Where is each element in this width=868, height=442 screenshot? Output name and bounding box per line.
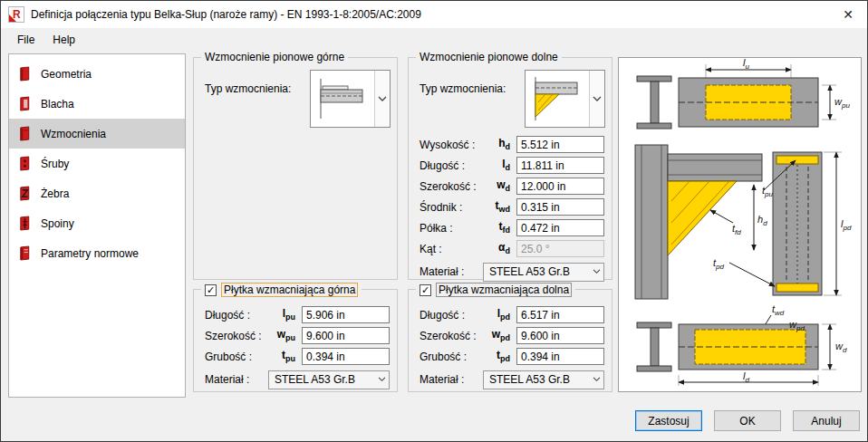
szerokosc-wpd-input[interactable] (516, 327, 604, 344)
field-row-dlugosc: Długość : lpu (205, 304, 390, 325)
upper-stiffener-group: Wzmocnienie pionowe górne Typ wzmocnieni… (193, 57, 398, 280)
polka-tfd-input[interactable] (516, 219, 604, 236)
blacha-icon (18, 96, 32, 111)
upper-stiffener-group-title: Wzmocnienie pionowe górne (201, 51, 348, 63)
material-value: STEEL A53 Gr.B (489, 265, 590, 278)
bottom-plan-view (637, 315, 836, 386)
field-row-wysokosc: Wysokość : hd (420, 134, 604, 155)
upper-plate-group-title: ✓ Płytka wzmacniająca górna (201, 283, 362, 297)
wysokosc-hd-input[interactable] (516, 136, 604, 153)
sidebar-item-label: Śruby (41, 158, 69, 170)
close-icon[interactable]: ✕ (829, 1, 867, 28)
sidebar-item-label: Żebra (41, 187, 69, 200)
sidebar-item-zebra[interactable]: Żebra (9, 178, 185, 208)
field-label: Szerokość : (420, 180, 476, 193)
svg-text:wpu: wpu (834, 96, 850, 110)
grubosc-tpu-input[interactable] (302, 348, 390, 365)
dlugosc-lpd-input[interactable] (516, 306, 604, 323)
window-title: Definicja połączenia typu Belka-Słup (na… (31, 8, 829, 21)
sruby-icon (18, 156, 32, 171)
svg-text:hd: hd (757, 214, 767, 227)
menu-file[interactable]: File (8, 30, 43, 50)
field-symbol: tpu (260, 349, 302, 363)
svg-text:lpd: lpd (841, 218, 852, 232)
lower-plate-checkbox[interactable]: ✓ (420, 284, 431, 296)
field-row-srodnik: Środnik : twd (420, 197, 604, 217)
top-plan-view (637, 64, 836, 129)
zebra-icon (18, 186, 32, 201)
field-row-polka: Półka : tfd (420, 217, 604, 238)
field-label: Grubość : (420, 351, 475, 363)
svg-text:R: R (13, 8, 21, 21)
lower-stiffener-type-select[interactable] (525, 70, 605, 128)
srodnik-twd-input[interactable] (516, 198, 604, 216)
grubosc-tpd-input[interactable] (516, 348, 604, 365)
svg-text:tfd: tfd (732, 223, 741, 236)
robot-app-icon: R (8, 6, 24, 23)
lower-stiffener-type-icon (526, 71, 589, 127)
category-sidebar: Geometria Blacha Wzmocnienia Śruby Żebra (8, 53, 186, 398)
wzmocnienia-icon (18, 126, 32, 141)
menubar: File Help (1, 28, 867, 52)
field-row-grubosc: Grubość : tpu (205, 346, 390, 367)
geometria-icon (18, 66, 32, 82)
dlugosc-ld-input[interactable] (516, 157, 604, 174)
sidebar-item-label: Parametry normowe (41, 247, 139, 260)
apply-button[interactable]: Zastosuj (635, 410, 702, 431)
svg-text:twd: twd (772, 303, 785, 317)
sidebar-item-label: Geometria (41, 68, 92, 81)
svg-text:tpd: tpd (713, 257, 725, 271)
field-symbol: αd (475, 241, 516, 255)
sidebar-item-wzmocnienia[interactable]: Wzmocnienia (9, 119, 185, 149)
dialog-buttons: Zastosuj OK Anuluj (635, 410, 860, 431)
kat-ad-input (516, 240, 604, 257)
field-label: Grubość : (205, 351, 260, 363)
field-label: Długość : (205, 309, 260, 322)
lower-stiffener-material-select[interactable]: STEEL A53 Gr.B (483, 263, 604, 282)
elevation-view (635, 145, 842, 299)
sidebar-item-label: Blacha (41, 98, 74, 110)
sidebar-item-parametry-normowe[interactable]: Parametry normowe (9, 238, 185, 268)
sidebar-item-blacha[interactable]: Blacha (9, 89, 185, 119)
material-row: Materiał : STEEL A53 Gr.B (420, 369, 604, 390)
field-symbol: wd (476, 178, 516, 193)
svg-text:lu: lu (743, 58, 749, 71)
connection-definition-dialog: R Definicja połączenia typu Belka-Słup (… (0, 0, 868, 442)
upper-plate-checkbox[interactable]: ✓ (205, 284, 217, 296)
field-symbol: lpu (260, 307, 302, 322)
sidebar-item-label: Wzmocnienia (41, 128, 106, 140)
svg-text:wd: wd (835, 341, 847, 354)
lower-stiffener-fields: Wysokość : hd Długość : ld Szerokość : w… (420, 134, 604, 283)
material-row: Materiał : STEEL A53 Gr.B (205, 369, 390, 390)
cancel-button[interactable]: Anuluj (793, 410, 860, 431)
field-label: Długość : (420, 159, 475, 172)
upper-plate-material-select[interactable]: STEEL A53 Gr.B (268, 370, 390, 389)
sidebar-item-geometria[interactable]: Geometria (9, 59, 185, 89)
material-label: Materiał : (420, 265, 476, 278)
field-label: Półka : (420, 222, 475, 235)
field-symbol: tpd (475, 349, 516, 363)
upper-type-label: Typ wzmocnienia: (205, 82, 291, 95)
field-label: Długość : (420, 309, 475, 322)
lower-stiffener-group-title: Wzmocnienie pionowe dolne (416, 51, 562, 63)
field-row-dlugosc: Długość : ld (420, 155, 604, 176)
menu-help[interactable]: Help (43, 30, 84, 50)
spoiny-icon (18, 216, 32, 231)
lower-plate-group-title: ✓ Płytka wzmacniająca dolna (416, 283, 575, 297)
sidebar-item-spoiny[interactable]: Spoiny (9, 208, 185, 238)
field-symbol: twd (475, 199, 516, 214)
chevron-down-icon (590, 269, 603, 274)
sidebar-item-sruby[interactable]: Śruby (9, 149, 185, 178)
szerokosc-wpu-input[interactable] (302, 327, 390, 344)
field-row-szerokosc: Szerokość : wpu (205, 325, 390, 346)
connection-diagram-panel: lu wpu (618, 57, 862, 392)
material-value: STEEL A53 Gr.B (275, 373, 375, 386)
chevron-down-icon (589, 71, 604, 127)
field-symbol: ld (475, 158, 516, 172)
lower-plate-material-select[interactable]: STEEL A53 Gr.B (483, 370, 604, 389)
szerokosc-wd-input[interactable] (516, 178, 604, 195)
dlugosc-lpu-input[interactable] (302, 306, 390, 323)
upper-stiffener-type-select[interactable] (310, 70, 391, 128)
ok-button[interactable]: OK (714, 410, 781, 431)
chevron-down-icon (590, 377, 603, 382)
